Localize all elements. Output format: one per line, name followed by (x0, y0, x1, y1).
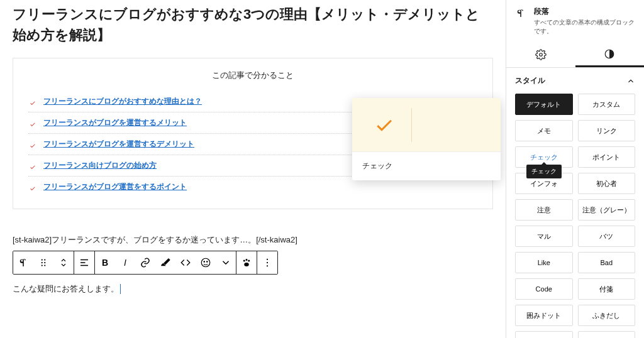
contrast-icon (604, 48, 615, 60)
svg-point-13 (267, 259, 268, 260)
svg-point-8 (207, 261, 208, 263)
toc-link[interactable]: フリーランスがブログを運営するメリット (43, 117, 187, 128)
check-icon (28, 184, 37, 190)
toc-link[interactable]: フリーランスがブログを運営するデメリット (43, 139, 194, 150)
align-icon[interactable] (74, 251, 94, 274)
style-option[interactable]: 注意 (515, 199, 573, 221)
svg-point-5 (44, 264, 45, 266)
svg-point-14 (267, 262, 268, 263)
svg-point-4 (42, 264, 43, 266)
style-option[interactable]: カスタム (578, 94, 636, 115)
toc-heading: この記事で分かること (28, 70, 477, 81)
paw-icon[interactable] (236, 251, 257, 274)
bold-icon[interactable]: B (95, 251, 115, 274)
style-option[interactable]: 注意（グレー） (578, 199, 636, 221)
tooltip: チェック (526, 165, 562, 178)
check-icon (28, 99, 37, 105)
style-preview-popover: チェック (352, 98, 501, 180)
style-option[interactable]: メモ (515, 120, 573, 141)
code-icon[interactable] (175, 251, 196, 274)
block-info: 段落 すべての文章の基本の構成ブロックです。 (506, 0, 644, 42)
style-section-toggle[interactable]: スタイル (515, 75, 635, 86)
text-caret (120, 284, 121, 294)
gear-icon (535, 49, 547, 60)
style-option[interactable]: Code (515, 278, 573, 300)
svg-point-10 (246, 259, 248, 261)
style-option[interactable]: 囲みドット (515, 305, 573, 326)
toc-link[interactable]: フリーランスにブログがおすすめな理由とは？ (43, 96, 202, 107)
toc-link[interactable]: フリーランス向けブログの始め方 (43, 160, 157, 171)
section-title: スタイル (515, 75, 545, 86)
style-option[interactable]: ふきだし (578, 305, 636, 326)
style-option[interactable]: ポイント (578, 146, 636, 168)
toc-link[interactable]: フリーランスがブログ運営をするポイント (43, 182, 187, 192)
style-option[interactable]: まるもじ (515, 331, 573, 338)
paragraph-block-2[interactable]: こんな疑問にお答えします。 (13, 283, 493, 295)
check-icon (28, 163, 37, 169)
style-option[interactable]: 付箋 (578, 278, 636, 300)
smiley-icon[interactable] (196, 251, 216, 274)
more-icon[interactable] (257, 251, 277, 274)
style-option[interactable]: 初心者 (578, 173, 636, 194)
tab-styles[interactable] (575, 42, 645, 67)
italic-icon[interactable]: I (115, 251, 135, 274)
svg-point-12 (244, 263, 249, 266)
style-grid: デフォルトカスタムメモリンクチェックチェックポイントインフォ初心者注意注意（グレ… (515, 94, 635, 338)
move-icon[interactable] (53, 251, 74, 274)
style-preview-label: チェック (352, 152, 501, 180)
paragraph-block-1[interactable]: [st-kaiwa2]フリーランスですが、ブログをするか迷っています…。[/st… (13, 234, 493, 246)
style-preview-area (352, 98, 501, 152)
settings-sidebar: 段落 すべての文章の基本の構成ブロックです。 スタイル デフォルトカスタムメモリ… (506, 0, 644, 338)
check-icon (371, 115, 397, 135)
svg-point-0 (42, 259, 43, 260)
editor-main: フリーランスにブログがおすすめな3つの理由【メリット・デメリットと始め方を解説】… (0, 0, 506, 338)
svg-point-6 (201, 258, 210, 267)
style-option[interactable]: Like (515, 252, 573, 273)
svg-point-1 (44, 259, 45, 260)
block-toolbar: B I (13, 251, 278, 275)
svg-point-9 (243, 260, 245, 262)
pilcrow-icon (515, 8, 528, 21)
highlight-icon[interactable] (155, 251, 175, 274)
style-option[interactable]: デフォルト (515, 94, 573, 115)
svg-point-16 (540, 53, 543, 57)
svg-point-3 (44, 262, 45, 263)
style-option[interactable]: Bad (578, 252, 636, 273)
tab-settings[interactable] (506, 42, 575, 67)
drag-icon[interactable] (33, 251, 53, 274)
paragraph-text: こんな疑問にお答えします。 (13, 283, 119, 295)
sidebar-tabs (506, 42, 644, 68)
style-option[interactable]: 簡易ボタン (578, 331, 636, 338)
page-title[interactable]: フリーランスにブログがおすすめな3つの理由【メリット・デメリットと始め方を解説】 (13, 4, 493, 45)
svg-point-2 (42, 262, 43, 263)
chevron-down-icon[interactable] (216, 251, 236, 274)
svg-point-11 (248, 260, 250, 262)
block-description: すべての文章の基本の構成ブロックです。 (534, 18, 635, 36)
chevron-up-icon (626, 77, 635, 85)
svg-point-15 (267, 265, 268, 266)
svg-point-7 (204, 261, 205, 263)
block-name: 段落 (534, 6, 635, 17)
style-option[interactable]: マル (515, 226, 573, 247)
check-icon (28, 141, 37, 148)
check-icon (28, 120, 37, 126)
style-option[interactable]: チェックチェック (515, 146, 573, 168)
style-option[interactable]: リンク (578, 120, 636, 141)
style-option[interactable]: バツ (578, 226, 636, 247)
pilcrow-icon[interactable] (13, 251, 33, 274)
link-icon[interactable] (135, 251, 155, 274)
